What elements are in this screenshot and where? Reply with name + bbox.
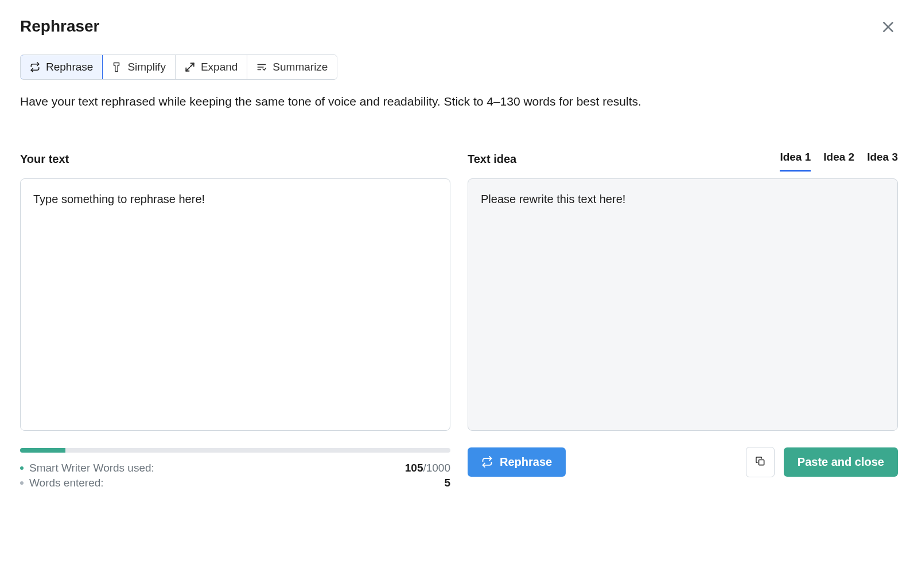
tab-summarize-label: Summarize [273, 61, 328, 73]
idea-tab-2[interactable]: Idea 2 [823, 151, 854, 168]
output-text: Please rewrite this text here! [468, 178, 898, 431]
copy-button[interactable] [746, 447, 775, 477]
tab-simplify[interactable]: Simplify [102, 55, 176, 79]
tab-simplify-label: Simplify [127, 61, 166, 73]
input-title: Your text [20, 153, 69, 166]
tab-rephrase-label: Rephrase [46, 61, 93, 73]
paste-close-button-label: Paste and close [798, 455, 884, 469]
words-entered-value: 5 [444, 477, 450, 489]
idea-tab-1[interactable]: Idea 1 [780, 151, 811, 168]
output-column: Text idea Idea 1 Idea 2 Idea 3 Please re… [468, 151, 898, 489]
tab-summarize[interactable]: Summarize [247, 55, 337, 79]
words-used-value: 105/1000 [405, 462, 450, 474]
rephrase-button-label: Rephrase [500, 455, 552, 469]
summarize-icon [256, 62, 267, 72]
idea-tabs: Idea 1 Idea 2 Idea 3 [780, 151, 898, 168]
input-textarea[interactable] [20, 178, 450, 431]
tab-expand[interactable]: Expand [176, 55, 247, 79]
tab-rephrase[interactable]: Rephrase [20, 54, 103, 80]
simplify-icon [111, 62, 122, 72]
bullet-icon [20, 466, 24, 470]
idea-tab-3[interactable]: Idea 3 [867, 151, 898, 168]
rephrase-icon [30, 62, 40, 72]
rephrase-button[interactable]: Rephrase [468, 447, 566, 477]
expand-icon [185, 62, 195, 72]
paste-close-button[interactable]: Paste and close [784, 447, 898, 477]
rephrase-icon [481, 456, 493, 468]
close-button[interactable] [878, 17, 898, 38]
tab-expand-label: Expand [201, 61, 238, 73]
usage-progress-fill [20, 448, 65, 453]
mode-description: Have your text rephrased while keeping t… [20, 92, 898, 111]
mode-tabs: Rephrase Simplify Expand Summarize [20, 54, 337, 80]
close-icon [881, 20, 896, 34]
copy-icon [754, 455, 766, 467]
page-title: Rephraser [20, 17, 100, 36]
svg-rect-7 [758, 460, 764, 465]
bullet-icon [20, 481, 24, 485]
words-entered-label: Words entered: [29, 477, 104, 489]
output-title: Text idea [468, 153, 516, 166]
input-column: Your text Smart Writer Words used: 105/1… [20, 151, 450, 489]
usage-progress [20, 448, 450, 453]
words-used-label: Smart Writer Words used: [29, 462, 154, 474]
